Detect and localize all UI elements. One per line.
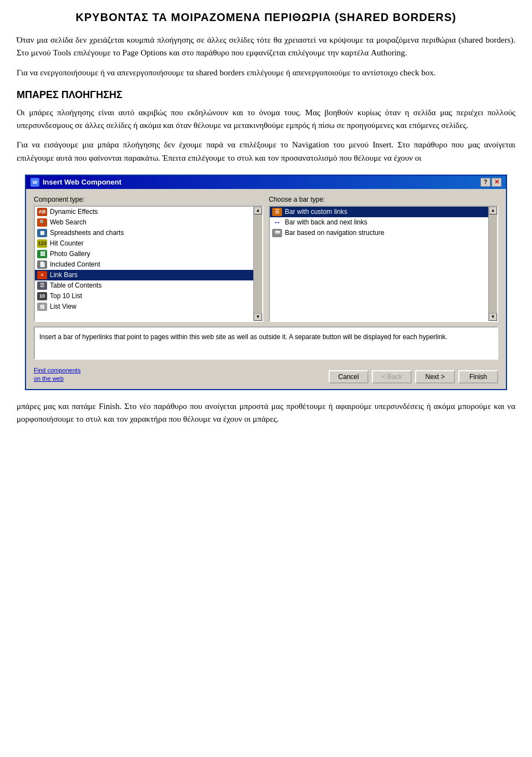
dialog-close-button[interactable]: ✕ bbox=[492, 178, 502, 187]
component-type-panel: Component type: ABDynamic Effects🔍Web Se… bbox=[34, 196, 263, 322]
dialog-overlay: W Insert Web Component ? ✕ Component typ… bbox=[17, 175, 515, 390]
component-icon-toc: ☰ bbox=[37, 282, 47, 290]
back-button[interactable]: < Back bbox=[372, 370, 412, 383]
titlebar-left: W Insert Web Component bbox=[30, 178, 121, 187]
scroll-track bbox=[254, 214, 262, 313]
component-icon-listview: ▤ bbox=[37, 303, 47, 311]
find-components-link[interactable]: Find components on the web bbox=[34, 366, 80, 383]
component-type-item-search[interactable]: 🔍Web Search bbox=[35, 217, 253, 228]
component-type-item-photo[interactable]: 🖼Photo Gallery bbox=[35, 249, 253, 259]
dialog-title: Insert Web Component bbox=[43, 178, 121, 186]
scroll-up-btn[interactable]: ▲ bbox=[254, 207, 262, 214]
scroll-down-btn[interactable]: ▼ bbox=[254, 313, 262, 321]
section2-heading: ΜΠΑΡΕΣ ΠΛΟΗΓΗΣΗΣ bbox=[17, 89, 515, 101]
bar-scrollbar[interactable]: ▲ ▼ bbox=[488, 207, 497, 321]
bar-label-backforward: Bar with back and next links bbox=[285, 218, 367, 226]
description-box: Insert a bar of hyperlinks that point to… bbox=[34, 326, 498, 360]
shared-borders-paragraph: Για να ενεργοποιήσουμε ή να απενεργοποιή… bbox=[17, 67, 515, 79]
bar-type-item-nav[interactable]: 🗺Bar based on navigation structure bbox=[270, 228, 488, 238]
component-label-hitcounter: Hit Counter bbox=[50, 239, 84, 247]
bar-scroll-track bbox=[489, 214, 497, 313]
component-icon-dynamic: AB bbox=[37, 208, 47, 216]
bar-label-custom: Bar with custom links bbox=[285, 208, 347, 216]
page-title: ΚΡΥΒΟΝΤΑΣ ΤΑ ΜΟΙΡΑΖΟΜΕΝΑ ΠΕΡΙΘΩΡΙΑ (SHAR… bbox=[17, 11, 515, 24]
component-label-dynamic: Dynamic Effects bbox=[50, 208, 98, 216]
bar-type-panel: Choose a bar type: ☰Bar with custom link… bbox=[269, 196, 498, 322]
component-type-item-top10[interactable]: 10Top 10 List bbox=[35, 291, 253, 301]
component-label-spreadsheet: Spreadsheets and charts bbox=[50, 229, 124, 237]
insert-web-component-dialog: W Insert Web Component ? ✕ Component typ… bbox=[25, 175, 507, 390]
intro-paragraph: Όταν μια σελίδα δεν χρειάζεται κουμπιά π… bbox=[17, 34, 515, 60]
bar-label-nav: Bar based on navigation structure bbox=[285, 229, 384, 237]
component-label-toc: Table of Contents bbox=[50, 282, 101, 289]
dialog-web-icon: W bbox=[30, 178, 39, 187]
dialog-titlebar: W Insert Web Component ? ✕ bbox=[26, 176, 506, 189]
bar-type-item-custom[interactable]: ☰Bar with custom links bbox=[270, 207, 488, 217]
component-label-included: Included Content bbox=[50, 260, 100, 268]
component-type-item-linkbars[interactable]: ≡Link Bars bbox=[35, 270, 253, 280]
component-scrollbar[interactable]: ▲ ▼ bbox=[253, 207, 262, 321]
component-label-photo: Photo Gallery bbox=[50, 250, 90, 258]
component-label-search: Web Search bbox=[50, 218, 86, 226]
component-icon-search: 🔍 bbox=[37, 218, 47, 227]
bar-type-listbox[interactable]: ☰Bar with custom links↔Bar with back and… bbox=[269, 206, 498, 322]
component-icon-hitcounter: 123 bbox=[37, 239, 47, 248]
dialog-body: Component type: ABDynamic Effects🔍Web Se… bbox=[26, 189, 506, 389]
dialog-panels: Component type: ABDynamic Effects🔍Web Se… bbox=[34, 196, 498, 322]
component-type-item-included[interactable]: 📄Included Content bbox=[35, 259, 253, 270]
bar-icon-nav: 🗺 bbox=[272, 229, 282, 237]
bar-scroll-up-btn[interactable]: ▲ bbox=[489, 207, 497, 214]
dialog-footer: Find components on the web Cancel < Back… bbox=[34, 364, 498, 383]
component-label-linkbars: Link Bars bbox=[50, 271, 78, 279]
bar-type-label: Choose a bar type: bbox=[269, 196, 498, 203]
component-icon-linkbars: ≡ bbox=[37, 271, 47, 279]
footer-buttons: Cancel < Back Next > Finish bbox=[329, 370, 498, 383]
component-icon-included: 📄 bbox=[37, 260, 47, 269]
next-button[interactable]: Next > bbox=[415, 370, 455, 383]
bar-icon-backforward: ↔ bbox=[272, 218, 282, 227]
component-icon-spreadsheet: ▦ bbox=[37, 229, 47, 237]
component-icon-photo: 🖼 bbox=[37, 250, 47, 258]
after-dialog-paragraph: μπάρες μας και πατάμε Finish. Στο νέο πα… bbox=[17, 400, 515, 426]
navigation-bars-para2: Για να εισάγουμε μια μπάρα πλοήγησης δεν… bbox=[17, 139, 515, 165]
component-icon-top10: 10 bbox=[37, 292, 47, 300]
bar-scroll-down-btn[interactable]: ▼ bbox=[489, 313, 497, 321]
navigation-bars-para1: Οι μπάρες πλοήγησης είναι αυτό ακριβώς π… bbox=[17, 106, 515, 132]
component-label-top10: Top 10 List bbox=[50, 292, 82, 300]
component-type-listbox[interactable]: ABDynamic Effects🔍Web Search▦Spreadsheet… bbox=[34, 206, 263, 322]
component-type-label: Component type: bbox=[34, 196, 263, 203]
titlebar-buttons: ? ✕ bbox=[480, 178, 502, 187]
bar-type-item-backforward[interactable]: ↔Bar with back and next links bbox=[270, 217, 488, 228]
bar-icon-custom: ☰ bbox=[272, 208, 282, 216]
cancel-button[interactable]: Cancel bbox=[329, 370, 369, 383]
component-label-listview: List View bbox=[50, 303, 76, 310]
component-type-item-dynamic[interactable]: ABDynamic Effects bbox=[35, 207, 253, 217]
component-type-item-listview[interactable]: ▤List View bbox=[35, 301, 253, 312]
dialog-help-button[interactable]: ? bbox=[480, 178, 490, 187]
component-type-item-spreadsheet[interactable]: ▦Spreadsheets and charts bbox=[35, 228, 253, 238]
finish-button[interactable]: Finish bbox=[458, 370, 498, 383]
component-type-item-toc[interactable]: ☰Table of Contents bbox=[35, 280, 253, 291]
component-type-item-hitcounter[interactable]: 123Hit Counter bbox=[35, 238, 253, 249]
